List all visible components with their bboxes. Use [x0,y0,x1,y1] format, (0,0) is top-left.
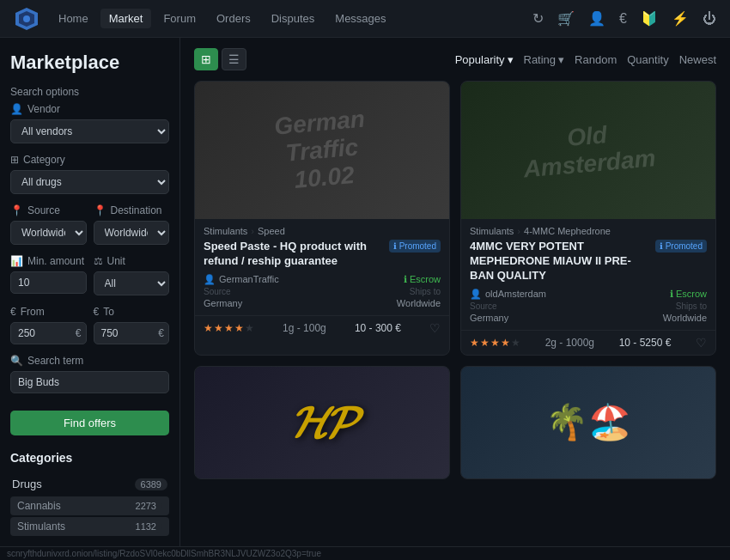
network-icon[interactable]: ⚡ [672,10,689,27]
listing-breadcrumb-2: Stimulants › 4-MMC Mephedrone [470,226,707,236]
search-icon: 🔍 [10,355,23,367]
from-icon: € [10,306,16,318]
to-icon: € [94,306,100,318]
listing-meta-right-1: ℹ Escrow Ships to Worldwide [397,274,441,308]
unit-filter: ⚖ Unit All [94,255,170,295]
category-item-stimulants[interactable]: Stimulants 1132 [10,517,169,536]
listing-card-3[interactable]: 𝓗𝓟 [194,366,450,479]
escrow-badge-1: ℹ Escrow [404,274,441,285]
nav-disputes[interactable]: Disputes [263,9,324,28]
to-currency: € [158,327,164,339]
amount-icon: 📊 [10,255,23,267]
vendor-icon: 👤 [10,103,23,115]
sort-newest[interactable]: Newest [679,53,716,66]
listing-price-1: 10 - 300 € [355,322,401,334]
nav-home[interactable]: Home [50,9,97,28]
user-icon[interactable]: 👤 [588,10,605,27]
nav-market[interactable]: Market [100,9,152,28]
nav-forum[interactable]: Forum [155,9,204,28]
currency-icon[interactable]: € [619,11,627,27]
from-currency: € [76,327,82,339]
source-filter: 📍 Source Worldwide [10,204,87,245]
min-amount-filter: 📊 Min. amount 10 [10,255,87,295]
source-icon: 📍 [10,204,23,216]
destination-label: 📍 Destination [94,204,170,216]
search-options-label: Search options [10,86,169,98]
nav-links: Home Market Forum Orders Disputes Messag… [50,9,532,28]
search-term-input[interactable] [10,371,169,393]
shield-icon[interactable]: 🔰 [641,10,658,27]
vendor-select[interactable]: All vendors [10,119,169,143]
destination-select[interactable]: Worldwide [94,221,170,245]
sort-popularity[interactable]: Popularity ▾ [455,53,514,66]
listing-card-4[interactable]: 🌴🏖️ [460,366,716,479]
listing-title-1: Speed Paste - HQ product with refund / r… [204,240,384,269]
listing-title-row-1: Speed Paste - HQ product with refund / r… [204,240,441,269]
destination-filter: 📍 Destination Worldwide [94,204,170,245]
listing-stars-2: ★ ★ ★ ★ ★ [470,337,520,349]
nav-orders[interactable]: Orders [208,9,259,28]
source-label: 📍 Source [10,204,87,216]
from-input-wrapper: € [10,322,87,344]
listing-favorite-2[interactable]: ♡ [696,336,707,350]
search-term-filter: 🔍 Search term [10,355,169,393]
listing-meta-left-2: 👤 oldAmsterdam Source Germany [470,289,546,323]
source-select[interactable]: Worldwide [10,221,87,245]
power-icon[interactable]: ⏻ [703,11,716,27]
unit-icon: ⚖ [94,255,103,267]
to-input-wrapper: € [94,322,170,344]
nav-messages[interactable]: Messages [326,9,394,28]
category-icon: ⊞ [10,154,19,166]
listing-body-2: Stimulants › 4-MMC Mephedrone 4MMC VERY … [461,219,715,330]
listing-image-4: 🌴🏖️ [461,367,715,478]
listing-breadcrumb-1: Stimulants › Speed [204,226,441,236]
listing-meta-1: 👤 GermanTraffic Source Germany ℹ Escrow [204,274,441,308]
listing-card-1[interactable]: GermanTraffic10.02 Stimulants › Speed Sp… [194,81,450,356]
unit-select[interactable]: All [94,271,170,295]
escrow-badge-2: ℹ Escrow [670,289,707,300]
category-item-drugs[interactable]: Drugs 6389 [10,473,169,495]
amount-unit-filter: 📊 Min. amount 10 ⚖ Unit All [10,255,169,295]
listing-footer-1: ★ ★ ★ ★ ★ 1g - 100g 10 - 300 € ♡ [195,315,449,340]
svg-point-2 [23,15,30,22]
search-term-label: 🔍 Search term [10,355,169,367]
listing-card-2[interactable]: OldAmsterdam Stimulants › 4-MMC Mephedro… [460,81,716,356]
vendor-filter: 👤 Vendor All vendors [10,103,169,143]
listing-stars-1: ★ ★ ★ ★ ★ [204,322,254,334]
nav-action-icons: ↻ 🛒 👤 € 🔰 ⚡ ⏻ [532,10,716,27]
main-layout: Marketplace Search options 👤 Vendor All … [0,38,730,551]
top-nav: Home Market Forum Orders Disputes Messag… [0,0,730,38]
from-label: € From [10,306,87,318]
find-offers-button[interactable]: Find offers [10,411,169,435]
refresh-icon[interactable]: ↻ [532,10,544,27]
view-toggles: ⊞ ☰ [194,48,246,70]
from-filter: € From € [10,306,87,344]
listing-vendor-1: 👤 GermanTraffic [204,274,279,285]
listing-meta-left-1: 👤 GermanTraffic Source Germany [204,274,279,308]
sort-rating[interactable]: Rating ▾ [524,53,565,66]
content-header: ⊞ ☰ Popularity ▾ Rating ▾ Random Quantit… [194,48,716,70]
listing-amount-2: 2g - 1000g [545,337,594,349]
listing-title-row-2: 4MMC VERY POTENT MEPHEDRONE MIAUW II PRE… [470,240,707,283]
category-select[interactable]: All drugs [10,170,169,194]
to-label: € To [94,306,170,318]
listing-title-2: 4MMC VERY POTENT MEPHEDRONE MIAUW II PRE… [470,240,650,283]
list-view-button[interactable]: ☰ [222,48,246,70]
listings-grid: GermanTraffic10.02 Stimulants › Speed Sp… [194,81,716,479]
listing-image-3: 𝓗𝓟 [195,367,449,478]
min-amount-label: 📊 Min. amount [10,255,87,267]
categories-section: Categories Drugs 6389 Cannabis 2273 Stim… [10,451,169,536]
vendor-label: 👤 Vendor [10,103,169,115]
min-amount-input[interactable]: 10 [10,271,87,294]
listing-favorite-1[interactable]: ♡ [429,321,441,335]
source-dest-filter: 📍 Source Worldwide 📍 Destination Worldwi… [10,204,169,245]
sort-controls: Popularity ▾ Rating ▾ Random Quantity Ne… [455,53,716,66]
category-item-cannabis[interactable]: Cannabis 2273 [10,496,169,515]
logo[interactable] [14,6,40,32]
cart-icon[interactable]: 🛒 [557,10,575,27]
page-title: Marketplace [10,52,169,74]
grid-view-button[interactable]: ⊞ [194,48,218,70]
sort-random[interactable]: Random [575,53,617,66]
sort-quantity[interactable]: Quantity [627,53,668,66]
url-bar: scnryfthdunivxrd.onion/listing/RzdoSVl0e… [0,546,730,560]
